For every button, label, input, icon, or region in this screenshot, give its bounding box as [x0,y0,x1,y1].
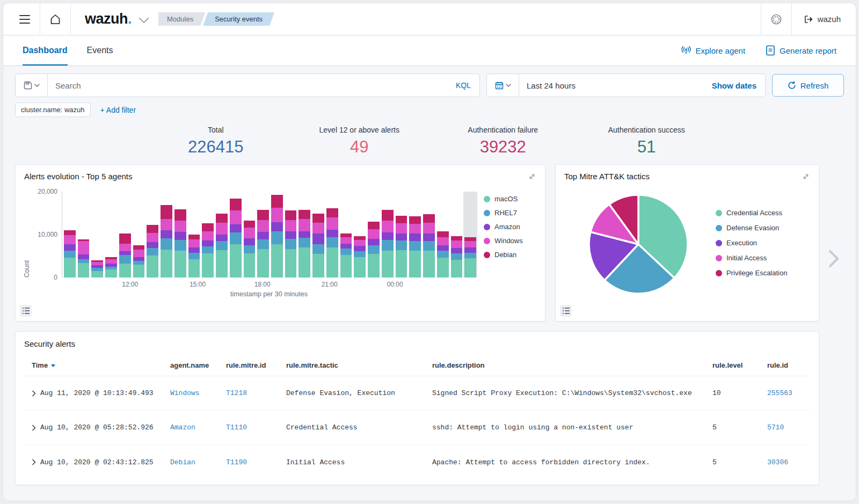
bar-25[interactable] [409,192,421,277]
stat-total: Total 226415 [144,126,288,157]
bar-segment-RHEL7 [271,231,283,244]
bar-5[interactable] [133,192,145,277]
bar-16[interactable] [285,192,297,277]
cell-mitre_id[interactable]: T1218 [226,389,286,397]
cell-agent[interactable]: Amazon [170,423,226,432]
bar-19[interactable] [326,192,338,277]
home-button[interactable] [45,9,66,30]
cell-mitre_id[interactable]: T1110 [226,423,286,432]
explore-agent-button[interactable]: Explore agent [681,35,746,65]
bar-2[interactable] [91,192,103,277]
cell-rule_id[interactable]: 30306 [767,458,810,466]
user-menu[interactable]: wazuh [796,14,848,24]
legend-color-dot [484,210,490,216]
column-header-rule-id[interactable]: rule.id [767,361,810,369]
filter-pill-cluster-name[interactable]: cluster.name: wazuh [15,103,91,117]
breadcrumb-modules[interactable]: Modules [158,12,205,26]
bar-23[interactable] [382,192,394,277]
stat-value[interactable]: 49 [288,137,432,157]
bar-7[interactable] [161,192,172,277]
bar-0[interactable] [64,192,76,277]
column-label: rule.mitre.id [226,361,266,369]
column-header-rule-description[interactable]: rule.description [432,361,712,369]
bar-4[interactable] [119,192,131,277]
expand-row-chevron-icon[interactable] [32,459,36,465]
show-dates-button[interactable]: Show dates [703,81,765,90]
bar-1[interactable] [78,192,90,277]
cell-rule_id[interactable]: 255563 [767,389,810,397]
bar-29[interactable] [464,192,476,277]
calendar-button[interactable] [487,74,519,97]
bar-24[interactable] [396,192,407,277]
tab-events[interactable]: Events [87,35,113,65]
bar-12[interactable] [230,192,242,277]
generate-report-button[interactable]: Generate report [766,35,836,65]
bar-8[interactable] [174,192,186,277]
table-row-2[interactable]: Aug 10, 2020 @ 02:43:12.825DebianT1190In… [24,445,810,479]
legend-toggle-button[interactable] [20,305,32,317]
bar-17[interactable] [299,192,310,277]
legend-item-credential-access[interactable]: Credential Access [716,209,787,217]
bar-22[interactable] [368,192,380,277]
bar-14[interactable] [257,192,269,277]
kql-selector[interactable]: KQL [447,81,479,90]
bar-26[interactable] [423,192,435,277]
column-header-rule-level[interactable]: rule.level [712,361,767,369]
expand-row-chevron-icon[interactable] [32,425,36,431]
stat-value[interactable]: 226415 [144,137,288,157]
column-header-rule-mitre-tactic[interactable]: rule.mitre.tactic [286,361,432,369]
search-input[interactable] [48,81,447,90]
bar-28[interactable] [451,192,463,277]
bar-9[interactable] [188,192,200,277]
chevron-down-icon[interactable] [139,18,149,23]
column-header-agent-name[interactable]: agent.name [170,361,226,369]
legend-item-macOS[interactable]: macOS [484,195,536,203]
next-panel-chevron-icon[interactable] [828,249,840,268]
cluster-status-button[interactable] [766,9,787,30]
table-row-0[interactable]: Aug 11, 2020 @ 10:13:49.493WindowsT1218D… [24,376,810,411]
stat-auth-success: Authentication success 51 [575,126,719,157]
cell-rule_id[interactable]: 5710 [767,423,810,432]
legend-toggle-button[interactable] [560,305,572,317]
time-range-value[interactable]: Last 24 hours [519,81,703,90]
bar-segment-RHEL7 [147,248,158,255]
legend-item-Windows[interactable]: Windows [484,237,536,245]
bar-18[interactable] [312,192,324,277]
legend-item-RHEL7[interactable]: RHEL7 [484,209,536,217]
add-filter-button[interactable]: + Add filter [100,106,136,114]
legend-item-execution[interactable]: Execution [716,239,787,247]
bar-6[interactable] [147,192,158,277]
legend-item-initial-access[interactable]: Initial Access [716,254,787,262]
cell-agent[interactable]: Windows [170,389,226,397]
legend-item-Amazon[interactable]: Amazon [484,223,536,231]
expand-icon[interactable] [802,172,810,181]
cell-agent[interactable]: Debian [170,458,226,466]
cell-mitre_id[interactable]: T1190 [226,458,286,466]
bar-15[interactable] [271,192,283,277]
legend-label: Defense Evasion [726,224,779,232]
column-label: agent.name [170,361,209,369]
table-row-1[interactable]: Aug 10, 2020 @ 05:28:52.926AmazonT1110Cr… [24,411,810,445]
expand-icon[interactable] [528,172,536,181]
legend-item-defense-evasion[interactable]: Defense Evasion [716,224,787,232]
bar-11[interactable] [216,192,228,277]
bar-21[interactable] [354,192,366,277]
column-header-rule-mitre-id[interactable]: rule.mitre.id [226,361,286,369]
stat-value[interactable]: 39232 [431,137,575,157]
column-header-time[interactable]: Time [32,361,170,369]
x-tick-label: 00:00 [387,281,403,288]
refresh-button[interactable]: Refresh [772,74,844,97]
saved-queries-button[interactable] [16,74,48,97]
tab-dashboard[interactable]: Dashboard [23,35,68,65]
bar-27[interactable] [437,192,449,277]
expand-row-chevron-icon[interactable] [32,390,36,397]
stat-value[interactable]: 51 [575,137,719,157]
legend-item-privilege-escalation[interactable]: Privilege Escalation [716,269,787,277]
bar-3[interactable] [105,192,117,277]
bar-13[interactable] [244,192,256,277]
legend-item-Debian[interactable]: Debian [484,251,536,259]
bar-20[interactable] [340,192,352,277]
menu-button[interactable] [14,9,35,30]
wazuh-logo[interactable]: wazuh. [85,11,132,27]
bar-10[interactable] [202,192,214,277]
